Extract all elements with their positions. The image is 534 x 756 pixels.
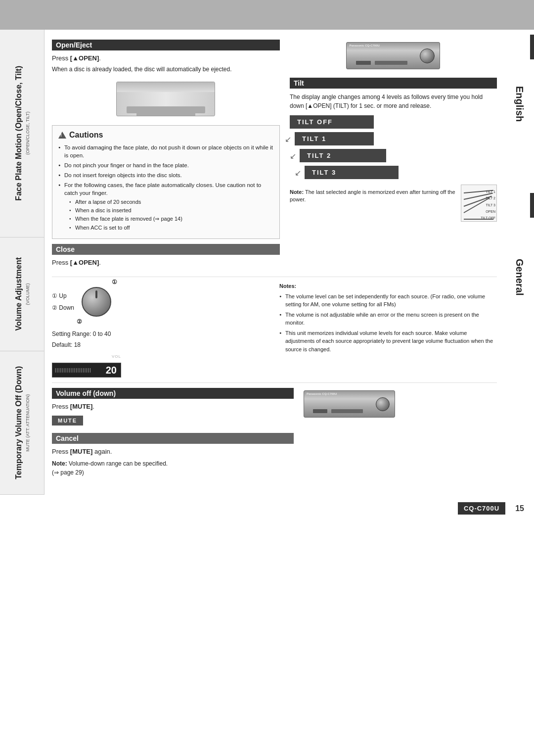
tilt-arrow-3: ↙ [295, 168, 301, 177]
vol-knob [82, 287, 111, 317]
tilt-btn-off-wrapper: TILT OFF [290, 115, 497, 129]
knob-circle-2: ② [77, 318, 82, 325]
note-item-2: The volume is not adjustable while an er… [279, 311, 497, 327]
vol-knob-area: ① ② [82, 284, 111, 319]
face-plate-main-label: Face Plate Motion (Open/Close, Tilt) [14, 66, 23, 201]
vol-setting-range: Setting Range: 0 to 40 [52, 329, 269, 340]
volume-off-header: Volume off (down) [52, 388, 294, 399]
notes-title: Notes: [279, 282, 497, 290]
model-badge: CQ-C700U [458, 502, 505, 515]
mute-stereo-image [304, 390, 395, 418]
mute-button-display: MUTE [52, 416, 83, 425]
tilt-btn-2-wrapper: ↙ TILT 2 [300, 149, 497, 162]
right-col: Tilt The display angle changes among 4 l… [290, 40, 497, 269]
tilt-btn-off: TILT OFF [290, 115, 374, 129]
volume-adj-label-block: Volume Adjustment (VOLUME) [0, 237, 44, 351]
tilt-label-open: OPEN [486, 210, 495, 213]
vol-settings: Setting Range: 0 to 40 Default: 18 [52, 329, 269, 350]
cautions-list: To avoid damaging the face plate, do not… [58, 143, 273, 232]
close-header: Close [52, 244, 280, 255]
volume-adj-main-label: Volume Adjustment [14, 257, 23, 331]
cancel-text: Press [MUTE] again. [52, 448, 112, 455]
page-number: 15 [515, 504, 524, 513]
left-labels: Face Plate Motion (Open/Close, Tilt) (OP… [0, 30, 44, 495]
cautions-title: Cautions [58, 131, 273, 140]
tilt-device-top-image-area [290, 40, 497, 72]
stereo-knob [420, 48, 435, 63]
open-eject-header: Open/Eject [52, 40, 280, 50]
caution-item-1: To avoid damaging the face plate, do not… [58, 143, 273, 159]
eject-image-area [52, 78, 280, 120]
caution-sub-3: When the face plate is removed (⇒ page 1… [69, 215, 273, 223]
middle-section: ① Up ② Down ① ② Setting Range: 0 to 40 D [52, 277, 497, 378]
vol-right: Notes: The volume level can be set indep… [279, 282, 497, 378]
tilt-stereo-front [346, 42, 440, 69]
general-label-block: General [504, 188, 534, 366]
note-item-1: The volume level can be set independentl… [279, 292, 497, 309]
left-col: Open/Eject Press [▲OPEN]. When a disc is… [52, 40, 280, 269]
vol-left: ① Up ② Down ① ② Setting Range: 0 to 40 D [52, 282, 269, 378]
top-bar [0, 0, 534, 30]
bottom-bar: CQ-C700U 15 [0, 495, 534, 522]
temp-volume-main-label: Temporary Volume Off (Down) [14, 366, 23, 479]
top-section: Open/Eject Press [▲OPEN]. When a disc is… [52, 40, 497, 269]
center-content: Open/Eject Press [▲OPEN]. When a disc is… [44, 30, 504, 495]
eject-device-image [116, 82, 215, 116]
face-plate-sub-label: (OPEN/CLOSE, TILT) [25, 112, 30, 155]
english-label: English [514, 86, 525, 122]
vol-display-area: VOL ||||||||||||||||||||| 20 [52, 354, 269, 378]
note-item-3: This unit memorizes individual volume le… [279, 329, 497, 354]
tilt-arrow-1: ↙ [285, 134, 291, 143]
mute-press-text: Press [MUTE]. [52, 403, 94, 410]
knob-area: ① Up ② Down ① ② [52, 284, 269, 319]
cancel-header: Cancel [52, 433, 294, 444]
tilt-btn-1-wrapper: ↙ TILT 1 [295, 132, 497, 145]
close-press-text: Press [▲OPEN]. [52, 259, 101, 266]
temp-volume-sub-label: MUTE (ATT: ATTENUATION) [25, 394, 30, 452]
english-label-block: English [504, 30, 534, 178]
cautions-sub-list: After a lapse of 20 seconds When a disc … [64, 198, 273, 232]
tilt-label-2: TILT 2 [486, 196, 495, 200]
press-text: Press [▲OPEN]. [52, 54, 101, 62]
vol-bars: ||||||||||||||||||||| [52, 368, 106, 373]
tilt-label-3: TILT 3 [486, 203, 495, 207]
vol-steps: ① Up ② Down [52, 290, 74, 314]
tilt-note-text: Note: The last selected angle is memoriz… [290, 189, 456, 204]
caution-item-4: For the following cases, the face plate … [58, 181, 273, 232]
tilt-buttons: TILT OFF ↙ TILT 1 ↙ TILT 2 ↙ TILT 3 [290, 115, 497, 181]
volume-off-press-line: Press [MUTE]. [52, 403, 294, 410]
caution-sub-2: When a disc is inserted [69, 207, 273, 214]
tilt-ref-diagram: TILT 1 TILT 2 TILT 3 OPEN TILT OFF [461, 185, 497, 222]
tilt-label-1: TILT 1 [486, 190, 495, 193]
vol-step-1: ① Up [52, 290, 74, 302]
knob-circle-1: ① [112, 279, 117, 285]
mute-left: Volume off (down) Press [MUTE]. MUTE Can… [52, 388, 294, 477]
vol-default: Default: 18 [52, 340, 269, 351]
english-divider [530, 35, 534, 59]
knob-marker [95, 290, 97, 298]
mute-right [304, 388, 497, 477]
general-label: General [514, 259, 525, 295]
vol-number: 20 [106, 365, 117, 376]
vol-step-2: ② Down [52, 302, 74, 314]
right-spacer [504, 178, 534, 188]
caution-sub-4: When ACC is set to off [69, 224, 273, 232]
caution-triangle-icon [58, 132, 66, 139]
tilt-label-off: TILT OFF [481, 216, 495, 220]
caution-item-2: Do not pinch your finger or hand in the … [58, 161, 273, 169]
mute-stereo-bar [331, 409, 363, 413]
bottom-section: Volume off (down) Press [MUTE]. MUTE Can… [52, 382, 497, 477]
vol-label: VOL [52, 354, 121, 359]
tilt-desc: The display angle changes among 4 levels… [290, 93, 497, 110]
cancel-press-line: Press [MUTE] again. [52, 448, 294, 455]
mute-stereo-knob [376, 397, 390, 411]
temp-volume-label-block: Temporary Volume Off (Down) MUTE (ATT: A… [0, 351, 44, 495]
notes-section: Notes: The volume level can be set indep… [279, 282, 497, 353]
vol-display: ||||||||||||||||||||| 20 [52, 363, 121, 378]
tilt-note-area: Note: The last selected angle is memoriz… [290, 185, 497, 222]
face-plate-label-block: Face Plate Motion (Open/Close, Tilt) (OP… [0, 30, 44, 237]
mute-stereo-bar2 [313, 409, 327, 413]
tilt-btn-2: TILT 2 [300, 149, 386, 162]
tilt-btn-1: TILT 1 [295, 132, 374, 145]
tilt-header: Tilt [290, 78, 497, 89]
